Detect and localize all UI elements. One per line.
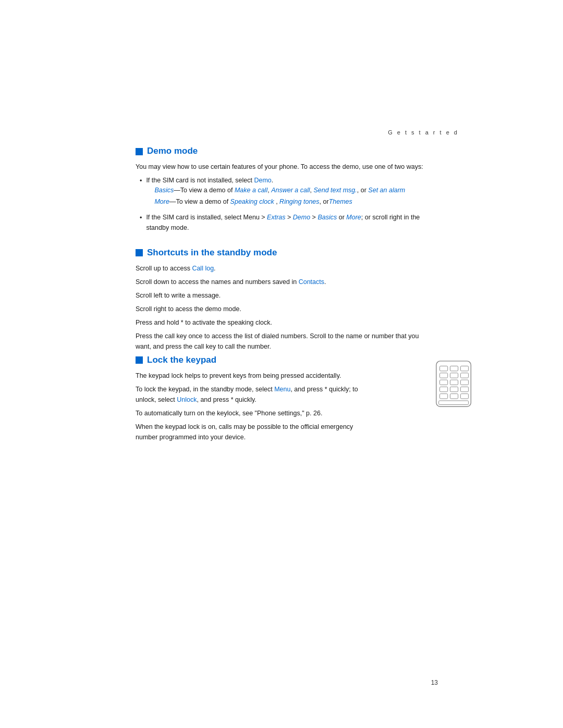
contacts-link[interactable]: Contacts: [299, 278, 324, 286]
lock-line2: To lock the keypad, in the standby mode,…: [136, 384, 370, 405]
lock-keypad-section: Lock the keypad: [136, 355, 427, 442]
demo-link2: Demo: [293, 214, 310, 221]
basics-text: —To view a demo of: [174, 187, 235, 194]
themes-link: Themes: [329, 198, 352, 205]
lock-line1: The keypad lock helps to prevent keys fr…: [136, 371, 370, 381]
ringing-tones-link: Ringing tones: [279, 198, 319, 205]
content-area: Demo mode You may view how to use certai…: [136, 146, 427, 446]
more2-link: More: [346, 214, 361, 221]
basics-or: , or: [357, 187, 369, 194]
basics-label: Basics: [154, 187, 174, 194]
demo-bullet-1: • If the SIM card is not installed, sele…: [136, 175, 427, 209]
keypad-image: [433, 360, 480, 412]
svg-rect-6: [460, 373, 468, 378]
demo-basics-item: Basics—To view a demo of Make a call, An…: [146, 186, 427, 207]
bullet-dot-2: •: [140, 213, 142, 233]
demo-mode-body: You may view how to use certain features…: [136, 162, 427, 233]
lock-line4: When the keypad lock is on, calls may be…: [136, 422, 370, 442]
lock-line2-suffix: , and press * quickly.: [197, 396, 256, 403]
svg-rect-10: [440, 387, 448, 392]
demo-mode-title: Demo mode: [147, 146, 198, 156]
svg-rect-11: [450, 387, 458, 392]
svg-rect-7: [440, 380, 448, 385]
lock-line3: To automatically turn on the keylock, se…: [136, 408, 370, 418]
arrow2: >: [310, 214, 317, 221]
more-text: —To view a demo of: [169, 198, 230, 205]
svg-rect-13: [440, 393, 448, 399]
shortcuts-line3: Scroll left to write a message.: [136, 290, 427, 301]
shortcuts-icon: [136, 249, 143, 256]
answer-a-call-link: Answer a call: [271, 187, 310, 194]
demo-bullet-2-content: If the SIM card is installed, select Men…: [146, 212, 427, 233]
svg-rect-2: [450, 366, 458, 371]
shortcuts-body: Scroll up to access Call log. Scroll dow…: [136, 263, 427, 352]
send-text-msg-link: Send text msg.: [313, 187, 357, 194]
demo-bullet-1-content: If the SIM card is not installed, select…: [146, 175, 427, 209]
svg-rect-12: [460, 387, 468, 392]
make-a-call-link: Make a call: [235, 187, 267, 194]
shortcuts-line6: Press the call key once to access the li…: [136, 331, 427, 352]
shortcuts-title: Shortcuts in the standby mode: [147, 248, 277, 258]
demo-mode-section-title: Demo mode: [136, 146, 427, 156]
demo-bullet-1-period: .: [272, 177, 273, 184]
svg-rect-1: [440, 366, 448, 371]
svg-rect-8: [450, 380, 458, 385]
demo-more-text: More—To view a demo of Speaking clock , …: [154, 197, 427, 207]
shortcuts-line5: Press and hold * to activate the speakin…: [136, 317, 427, 328]
lock-keypad-title: Lock the keypad: [147, 355, 216, 365]
set-an-alarm-link: Set an alarm: [368, 187, 405, 194]
shortcuts-line4: Scroll right to acess the demo mode.: [136, 304, 427, 314]
call-log-link[interactable]: Call log: [192, 265, 214, 272]
lock-keypad-section-title: Lock the keypad: [136, 355, 427, 365]
svg-rect-4: [440, 373, 448, 378]
page-number: 13: [431, 679, 438, 686]
demo-intro: You may view how to use certain features…: [136, 162, 427, 172]
basics2-link: Basics: [317, 214, 337, 221]
demo-bullet-2-prefix: If the SIM card is installed, select Men…: [146, 214, 267, 221]
unlock-link[interactable]: Unlock: [177, 396, 197, 403]
bullet-dot-1: •: [140, 176, 142, 209]
shortcuts-line2: Scroll down to access the names and numb…: [136, 277, 427, 287]
demo-basics-text: Basics—To view a demo of Make a call, An…: [154, 186, 427, 195]
shortcuts-line2-prefix: Scroll down to access the names and numb…: [136, 278, 299, 286]
demo-bullet-2: • If the SIM card is installed, select M…: [136, 212, 427, 233]
menu-link[interactable]: Menu: [274, 386, 290, 393]
keypad-illustration: [433, 360, 477, 410]
more-label: More: [154, 198, 169, 205]
shortcuts-line1-suffix: .: [214, 265, 215, 272]
svg-rect-5: [450, 373, 458, 378]
svg-rect-16: [439, 400, 469, 404]
svg-rect-3: [460, 366, 468, 371]
svg-rect-14: [450, 393, 458, 399]
demo-link[interactable]: Demo: [254, 177, 271, 184]
extras-link: Extras: [267, 214, 285, 221]
shortcuts-line1-prefix: Scroll up to access: [136, 265, 192, 272]
demo-mode-icon: [136, 148, 143, 155]
page: G e t s t a r t e d Demo mode You may vi…: [0, 0, 563, 728]
comma3: ,: [274, 198, 278, 205]
shortcuts-line2-suffix: .: [324, 278, 326, 286]
lock-keypad-body: The keypad lock helps to prevent keys fr…: [136, 371, 427, 442]
lock-line2-prefix: To lock the keypad, in the standby mode,…: [136, 386, 274, 393]
or1: or: [337, 214, 346, 221]
svg-rect-0: [436, 361, 471, 406]
comma4: , or: [320, 198, 329, 205]
svg-rect-9: [460, 380, 468, 385]
shortcuts-section-title: Shortcuts in the standby mode: [136, 248, 427, 258]
lock-keypad-icon: [136, 356, 143, 364]
svg-rect-15: [460, 393, 468, 399]
page-header: G e t s t a r t e d: [388, 129, 459, 135]
shortcuts-line1: Scroll up to access Call log.: [136, 263, 427, 274]
demo-bullet-1-prefix: If the SIM card is not installed, select: [146, 177, 254, 184]
arrow1: >: [286, 214, 293, 221]
speaking-clock-link: Speaking clock: [230, 198, 274, 205]
